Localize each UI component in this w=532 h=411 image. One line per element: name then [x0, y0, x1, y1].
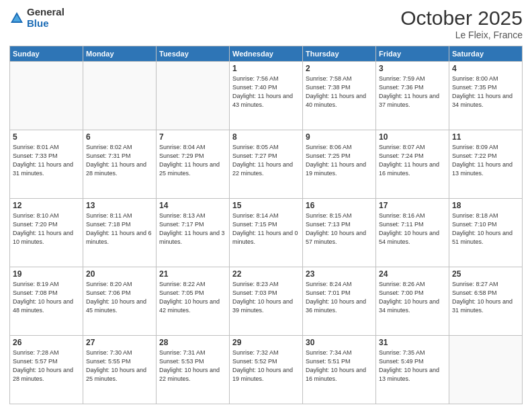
day-number: 8	[232, 132, 300, 142]
day-number: 5	[13, 132, 80, 142]
day-info: Sunrise: 7:30 AM Sunset: 5:55 PM Dayligh…	[86, 349, 153, 383]
calendar-week-row: 12Sunrise: 8:10 AM Sunset: 7:20 PM Dayli…	[10, 199, 523, 267]
day-info: Sunrise: 8:20 AM Sunset: 7:06 PM Dayligh…	[86, 280, 153, 315]
calendar-cell: 5Sunrise: 8:01 AM Sunset: 7:33 PM Daylig…	[10, 130, 83, 199]
day-number: 11	[452, 132, 519, 142]
day-number: 9	[306, 132, 373, 142]
header: General Blue October 2025 Le Fleix, Fran…	[9, 7, 523, 40]
calendar-cell: 8Sunrise: 8:05 AM Sunset: 7:27 PM Daylig…	[230, 130, 303, 199]
day-number: 27	[86, 338, 153, 347]
weekday-header: Wednesday	[230, 46, 303, 62]
day-info: Sunrise: 8:07 AM Sunset: 7:24 PM Dayligh…	[379, 143, 446, 178]
day-number: 24	[379, 269, 446, 279]
day-number: 20	[86, 269, 153, 279]
day-number: 6	[86, 132, 153, 142]
day-number: 31	[379, 338, 446, 347]
calendar-cell: 21Sunrise: 8:22 AM Sunset: 7:05 PM Dayli…	[157, 267, 230, 336]
day-number: 21	[159, 269, 226, 279]
day-info: Sunrise: 8:09 AM Sunset: 7:22 PM Dayligh…	[452, 143, 519, 178]
logo-blue-text: Blue	[27, 18, 64, 30]
weekday-header: Friday	[376, 46, 449, 62]
calendar-cell: 7Sunrise: 8:04 AM Sunset: 7:29 PM Daylig…	[157, 130, 230, 199]
day-info: Sunrise: 8:01 AM Sunset: 7:33 PM Dayligh…	[13, 143, 80, 178]
calendar-cell	[10, 62, 83, 130]
weekday-row: SundayMondayTuesdayWednesdayThursdayFrid…	[10, 46, 523, 62]
calendar-cell: 13Sunrise: 8:11 AM Sunset: 7:18 PM Dayli…	[83, 199, 157, 267]
calendar-cell: 27Sunrise: 7:30 AM Sunset: 5:55 PM Dayli…	[83, 336, 157, 404]
day-number: 18	[452, 201, 519, 210]
calendar-week-row: 26Sunrise: 7:28 AM Sunset: 5:57 PM Dayli…	[10, 336, 523, 404]
logo-general-text: General	[27, 7, 64, 18]
day-info: Sunrise: 8:00 AM Sunset: 7:35 PM Dayligh…	[452, 75, 519, 109]
calendar-body: 1Sunrise: 7:56 AM Sunset: 7:40 PM Daylig…	[10, 62, 523, 404]
calendar-cell: 15Sunrise: 8:14 AM Sunset: 7:15 PM Dayli…	[230, 199, 303, 267]
day-number: 13	[86, 201, 153, 210]
calendar-cell	[83, 62, 157, 130]
day-number: 19	[13, 269, 80, 279]
logo-text: General Blue	[27, 7, 64, 29]
month-title: October 2025	[400, 7, 523, 30]
day-info: Sunrise: 8:05 AM Sunset: 7:27 PM Dayligh…	[232, 143, 300, 178]
calendar-cell: 30Sunrise: 7:34 AM Sunset: 5:51 PM Dayli…	[303, 336, 376, 404]
day-info: Sunrise: 8:22 AM Sunset: 7:05 PM Dayligh…	[159, 280, 226, 315]
day-number: 17	[379, 201, 446, 210]
day-number: 28	[159, 338, 226, 347]
day-number: 26	[13, 338, 80, 347]
weekday-header: Thursday	[303, 46, 376, 62]
calendar-cell: 12Sunrise: 8:10 AM Sunset: 7:20 PM Dayli…	[10, 199, 83, 267]
page: General Blue October 2025 Le Fleix, Fran…	[0, 0, 532, 411]
calendar-cell: 25Sunrise: 8:27 AM Sunset: 6:58 PM Dayli…	[449, 267, 523, 336]
day-number: 25	[452, 269, 519, 279]
calendar-week-row: 5Sunrise: 8:01 AM Sunset: 7:33 PM Daylig…	[10, 130, 523, 199]
weekday-header: Tuesday	[157, 46, 230, 62]
day-number: 23	[306, 269, 373, 279]
calendar-cell	[157, 62, 230, 130]
calendar-cell: 10Sunrise: 8:07 AM Sunset: 7:24 PM Dayli…	[376, 130, 449, 199]
calendar: SundayMondayTuesdayWednesdayThursdayFrid…	[9, 46, 523, 404]
calendar-cell: 31Sunrise: 7:35 AM Sunset: 5:49 PM Dayli…	[376, 336, 449, 404]
calendar-cell: 22Sunrise: 8:23 AM Sunset: 7:03 PM Dayli…	[230, 267, 303, 336]
day-number: 14	[159, 201, 226, 210]
day-number: 29	[232, 338, 300, 347]
location: Le Fleix, France	[400, 30, 523, 40]
calendar-cell: 20Sunrise: 8:20 AM Sunset: 7:06 PM Dayli…	[83, 267, 157, 336]
calendar-cell: 16Sunrise: 8:15 AM Sunset: 7:13 PM Dayli…	[303, 199, 376, 267]
day-info: Sunrise: 8:24 AM Sunset: 7:01 PM Dayligh…	[306, 280, 373, 315]
day-info: Sunrise: 7:34 AM Sunset: 5:51 PM Dayligh…	[306, 349, 373, 383]
day-info: Sunrise: 8:18 AM Sunset: 7:10 PM Dayligh…	[452, 212, 519, 246]
day-info: Sunrise: 8:06 AM Sunset: 7:25 PM Dayligh…	[306, 143, 373, 178]
logo-icon	[9, 11, 24, 26]
day-info: Sunrise: 7:32 AM Sunset: 5:52 PM Dayligh…	[232, 349, 300, 383]
day-number: 3	[379, 64, 446, 73]
calendar-cell: 26Sunrise: 7:28 AM Sunset: 5:57 PM Dayli…	[10, 336, 83, 404]
weekday-header: Sunday	[10, 46, 83, 62]
calendar-cell: 11Sunrise: 8:09 AM Sunset: 7:22 PM Dayli…	[449, 130, 523, 199]
weekday-header: Saturday	[449, 46, 523, 62]
day-info: Sunrise: 8:13 AM Sunset: 7:17 PM Dayligh…	[159, 212, 226, 246]
day-number: 10	[379, 132, 446, 142]
day-number: 1	[232, 64, 300, 73]
calendar-cell: 1Sunrise: 7:56 AM Sunset: 7:40 PM Daylig…	[230, 62, 303, 130]
day-number: 12	[13, 201, 80, 210]
calendar-cell: 19Sunrise: 8:19 AM Sunset: 7:08 PM Dayli…	[10, 267, 83, 336]
day-number: 16	[306, 201, 373, 210]
calendar-cell: 24Sunrise: 8:26 AM Sunset: 7:00 PM Dayli…	[376, 267, 449, 336]
logo: General Blue	[9, 7, 64, 29]
day-info: Sunrise: 7:56 AM Sunset: 7:40 PM Dayligh…	[232, 75, 300, 109]
calendar-week-row: 1Sunrise: 7:56 AM Sunset: 7:40 PM Daylig…	[10, 62, 523, 130]
day-info: Sunrise: 7:28 AM Sunset: 5:57 PM Dayligh…	[13, 349, 80, 383]
day-info: Sunrise: 7:31 AM Sunset: 5:53 PM Dayligh…	[159, 349, 226, 383]
day-info: Sunrise: 7:35 AM Sunset: 5:49 PM Dayligh…	[379, 349, 446, 383]
day-info: Sunrise: 7:59 AM Sunset: 7:36 PM Dayligh…	[379, 75, 446, 109]
calendar-cell: 6Sunrise: 8:02 AM Sunset: 7:31 PM Daylig…	[83, 130, 157, 199]
calendar-cell: 9Sunrise: 8:06 AM Sunset: 7:25 PM Daylig…	[303, 130, 376, 199]
calendar-cell: 28Sunrise: 7:31 AM Sunset: 5:53 PM Dayli…	[157, 336, 230, 404]
day-info: Sunrise: 8:19 AM Sunset: 7:08 PM Dayligh…	[13, 280, 80, 315]
day-info: Sunrise: 8:10 AM Sunset: 7:20 PM Dayligh…	[13, 212, 80, 246]
day-number: 7	[159, 132, 226, 142]
weekday-header: Monday	[83, 46, 157, 62]
day-info: Sunrise: 8:27 AM Sunset: 6:58 PM Dayligh…	[452, 280, 519, 315]
calendar-cell: 23Sunrise: 8:24 AM Sunset: 7:01 PM Dayli…	[303, 267, 376, 336]
title-block: October 2025 Le Fleix, France	[400, 7, 523, 40]
day-info: Sunrise: 8:16 AM Sunset: 7:11 PM Dayligh…	[379, 212, 446, 246]
